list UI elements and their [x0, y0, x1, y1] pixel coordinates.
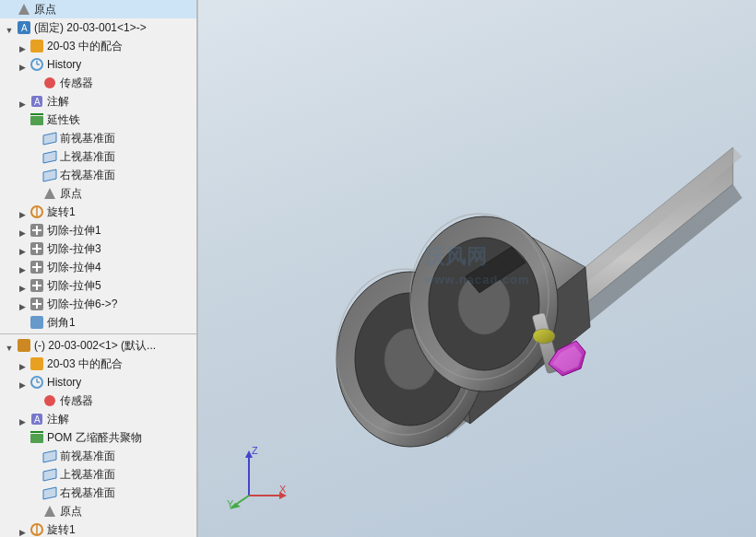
label-assembly1: 20-03 中的配合 — [47, 38, 123, 54]
plane-icon — [42, 149, 57, 164]
label-revolve2: 旋转1 — [47, 521, 76, 537]
label-plane1: 前视基准面 — [60, 130, 115, 146]
tree-item-revolve2[interactable]: 旋转1 — [0, 520, 197, 537]
cut-icon — [30, 223, 44, 238]
tree-item-annotation2[interactable]: A注解 — [0, 410, 197, 428]
svg-marker-36 — [43, 487, 56, 499]
3d-viewport[interactable]: 沃风网 www.nacad.com Z X Y — [198, 0, 756, 537]
svg-marker-15 — [44, 188, 55, 199]
tree-item-plane5[interactable]: 上视基准面 — [0, 465, 197, 484]
svg-rect-23 — [30, 316, 43, 329]
arrow-revolve2[interactable] — [17, 524, 28, 535]
arrow-revolve1[interactable] — [17, 206, 28, 217]
divider-18 — [0, 333, 197, 334]
tree-item-cut3[interactable]: 切除-拉伸3 — [0, 239, 197, 258]
label-cut1: 切除-拉伸1 — [47, 222, 101, 239]
label-origin3: 原点 — [60, 503, 82, 519]
svg-rect-25 — [30, 357, 43, 370]
svg-text:Z: Z — [252, 445, 258, 456]
tree-item-cut4[interactable]: 切除-拉伸4 — [0, 258, 197, 276]
tree-item-assembly2[interactable]: 20-03 中的配合 — [0, 355, 197, 373]
tree-item-plane1[interactable]: 前视基准面 — [0, 129, 197, 147]
arrow-cut6[interactable] — [17, 298, 28, 309]
arrow-assembly2[interactable] — [17, 358, 28, 369]
arrow-annotation2[interactable] — [17, 414, 28, 425]
origin-icon — [42, 186, 57, 201]
label-history1: History — [47, 56, 81, 73]
arrow-cut5[interactable] — [17, 280, 28, 291]
label-cut4: 切除-拉伸4 — [47, 259, 101, 275]
label-fixed1: (固定) 20-03-001<1>-> — [34, 19, 147, 36]
sensor-icon — [42, 76, 57, 90]
tree-item-chamfer1[interactable]: 倒角1 — [0, 313, 197, 332]
cut-icon — [30, 297, 44, 311]
svg-text:A: A — [34, 97, 41, 107]
svg-point-29 — [44, 395, 55, 406]
tree-item-assembly1[interactable]: 20-03 中的配合 — [0, 37, 197, 55]
arrow-history1[interactable] — [17, 59, 28, 70]
svg-marker-0 — [18, 4, 30, 15]
feature-tree-panel: 原点A(固定) 20-03-001<1>->20-03 中的配合History传… — [0, 0, 198, 537]
label-material2: POM 乙缩醛共聚物 — [47, 429, 142, 446]
label-annotation1: 注解 — [47, 93, 69, 110]
assembly-icon — [30, 39, 44, 53]
tree-item-plane6[interactable]: 右视基准面 — [0, 484, 197, 502]
arrow-cut3[interactable] — [17, 243, 28, 254]
label-origin1: 原点 — [34, 1, 56, 18]
axis-indicator: Z X Y — [226, 445, 281, 500]
svg-point-7 — [44, 77, 55, 88]
tree-item-cut1[interactable]: 切除-拉伸1 — [0, 221, 197, 239]
tree-item-revolve1[interactable]: 旋转1 — [0, 203, 197, 221]
tree-item-history1[interactable]: History — [0, 55, 197, 74]
tree-item-origin3[interactable]: 原点 — [0, 502, 197, 520]
tree-item-sensor2[interactable]: 传感器 — [0, 391, 197, 410]
svg-rect-10 — [30, 116, 43, 125]
plane-icon — [42, 485, 57, 500]
tree-item-part2[interactable]: (-) 20-03-002<1> (默认... — [0, 336, 197, 355]
tree-item-origin1[interactable]: 原点 — [0, 0, 197, 18]
svg-marker-12 — [43, 133, 56, 145]
svg-rect-3 — [30, 40, 43, 53]
tree-item-history2[interactable]: History — [0, 373, 197, 391]
assembly-icon — [30, 356, 44, 371]
label-plane2: 上视基准面 — [60, 148, 115, 165]
arrow-cut4[interactable] — [17, 262, 28, 273]
svg-rect-32 — [30, 434, 43, 443]
history-icon — [30, 57, 44, 72]
cut-icon — [30, 260, 44, 274]
svg-point-58 — [533, 329, 555, 344]
label-plane4: 前视基准面 — [60, 448, 115, 464]
label-cut5: 切除-拉伸5 — [47, 277, 101, 294]
tree-item-cut6[interactable]: 切除-拉伸6->? — [0, 295, 197, 313]
plane-icon — [42, 449, 57, 463]
arrow-cut1[interactable] — [17, 225, 28, 236]
arrow-fixed1[interactable] — [4, 22, 15, 33]
label-plane3: 右视基准面 — [60, 167, 115, 183]
annotation-icon: A — [30, 94, 44, 109]
svg-marker-13 — [43, 151, 56, 163]
svg-text:A: A — [21, 23, 28, 33]
tree-item-fixed1[interactable]: A(固定) 20-03-001<1>-> — [0, 18, 197, 37]
arrow-part2[interactable] — [4, 340, 15, 351]
tree-item-plane3[interactable]: 右视基准面 — [0, 166, 197, 184]
tree-item-origin2[interactable]: 原点 — [0, 184, 197, 203]
label-sensor2: 传感器 — [60, 392, 93, 409]
sensor-icon — [42, 393, 57, 408]
tree-item-cut5[interactable]: 切除-拉伸5 — [0, 276, 197, 295]
part2-icon — [17, 338, 31, 353]
annotation-icon: A — [30, 412, 44, 426]
tree-item-material1[interactable]: 延性铁 — [0, 111, 197, 129]
tree-item-material2[interactable]: POM 乙缩醛共聚物 — [0, 428, 197, 447]
svg-marker-37 — [44, 506, 55, 517]
label-cut6: 切除-拉伸6->? — [47, 296, 117, 312]
svg-marker-35 — [43, 469, 56, 481]
arrow-history2[interactable] — [17, 377, 28, 388]
tree-item-sensor1[interactable]: 传感器 — [0, 74, 197, 92]
tree-item-plane2[interactable]: 上视基准面 — [0, 147, 197, 166]
arrow-annotation1[interactable] — [17, 96, 28, 107]
tree-item-annotation1[interactable]: A注解 — [0, 92, 197, 111]
arrow-assembly1[interactable] — [17, 41, 28, 52]
label-revolve1: 旋转1 — [47, 204, 76, 220]
tree-item-plane4[interactable]: 前视基准面 — [0, 447, 197, 465]
plane-icon — [42, 131, 57, 146]
